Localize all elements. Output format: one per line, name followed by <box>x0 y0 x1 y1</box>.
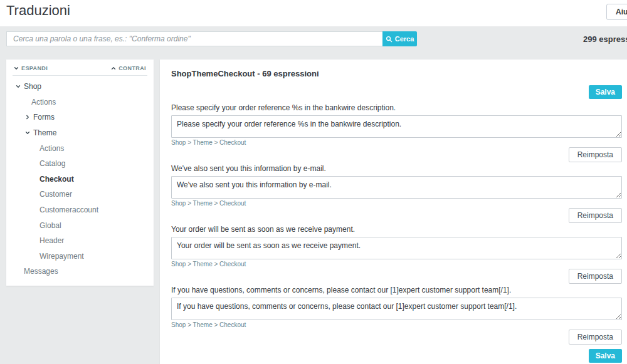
tree-item-label: Customer <box>40 190 72 199</box>
tree-item-messages[interactable]: Messages <box>6 264 154 279</box>
breadcrumb: Shop > Theme > Checkout <box>171 261 622 268</box>
chevron-down-icon <box>25 130 30 135</box>
source-string: Your order will be sent as soon as we re… <box>171 225 622 234</box>
tree-item-wirepayment[interactable]: Wirepayment <box>6 249 154 264</box>
content-canvas: Cerca 299 espressioni ESPANDI CONTRAI <box>0 26 627 364</box>
entry-footer: Reimposta <box>171 269 622 284</box>
chevron-down-icon <box>14 66 19 71</box>
tree-item-label: Checkout <box>40 175 74 184</box>
tree-item-catalog[interactable]: Catalog <box>6 156 154 172</box>
expressions-count: 299 espressioni <box>583 34 627 44</box>
tree-item-label: Messages <box>24 267 58 276</box>
top-save-row: Salva <box>171 85 622 99</box>
breadcrumb: Shop > Theme > Checkout <box>171 321 622 328</box>
tree-item-label: Global <box>40 221 61 230</box>
tree-item-label: Customeraccount <box>40 205 98 214</box>
tree-item-theme[interactable]: Theme <box>6 125 154 141</box>
translation-entry: We've also sent you this information by … <box>171 164 622 223</box>
domain-heading: ShopThemeCheckout - 69 espressioni <box>171 69 622 78</box>
tree-item-label: Shop <box>24 82 41 91</box>
translation-entry: Please specify your order reference %s i… <box>171 103 622 162</box>
tree-item-label: Catalog <box>40 159 65 168</box>
tree-item-actions[interactable]: Actions <box>6 95 154 110</box>
tree-item-shop[interactable]: Shop <box>6 79 154 95</box>
tree-item-forms[interactable]: Forms <box>6 110 154 125</box>
help-button[interactable]: Aiuto <box>606 4 627 20</box>
expand-all-button[interactable]: ESPANDI <box>14 65 48 71</box>
search-input[interactable] <box>6 31 382 46</box>
tree-item-label: Actions <box>40 144 64 153</box>
entry-footer: Reimposta <box>171 208 622 223</box>
tree-item-header[interactable]: Header <box>6 233 154 249</box>
translation-tree-panel: ESPANDI CONTRAI Shop Actions <box>6 60 154 286</box>
reset-button[interactable]: Reimposta <box>569 269 622 284</box>
tree-item-checkout[interactable]: Checkout <box>6 172 154 187</box>
chevron-down-icon <box>16 84 21 89</box>
entry-footer: Reimposta <box>171 147 622 162</box>
search-icon <box>386 36 393 43</box>
search-button-label: Cerca <box>395 35 414 43</box>
source-string: Please specify your order reference %s i… <box>171 103 622 112</box>
expand-all-label: ESPANDI <box>21 65 48 71</box>
translations-page: Traduzioni Aiuto Cerca 299 espressioni E… <box>0 0 627 364</box>
breadcrumb: Shop > Theme > Checkout <box>171 139 622 146</box>
collapse-all-label: CONTRAI <box>119 65 146 71</box>
tree-controls: ESPANDI CONTRAI <box>13 61 147 76</box>
translation-textarea[interactable]: If you have questions, comments or conce… <box>171 298 622 320</box>
header-bar: Traduzioni Aiuto <box>0 0 627 26</box>
search-button[interactable]: Cerca <box>382 31 417 46</box>
tree-item-theme-actions[interactable]: Actions <box>6 140 154 156</box>
translation-textarea[interactable]: Please specify your order reference %s i… <box>171 115 622 138</box>
translations-panel: ShopThemeCheckout - 69 espressioni Salva… <box>160 60 627 364</box>
tree-item-label: Forms <box>33 113 55 122</box>
tree-item-label: Header <box>40 236 64 245</box>
source-string: If you have questions, comments or conce… <box>171 286 622 294</box>
translation-textarea[interactable]: We've also sent you this information by … <box>171 176 622 199</box>
save-button-bottom[interactable]: Salva <box>589 349 622 363</box>
entry-footer: Reimposta <box>171 330 622 345</box>
page-title: Traduzioni <box>6 3 70 19</box>
chevron-up-icon <box>111 66 116 71</box>
tree-item-customer[interactable]: Customer <box>6 187 154 202</box>
save-button-top[interactable]: Salva <box>589 85 622 99</box>
collapse-all-button[interactable]: CONTRAI <box>111 65 146 71</box>
translation-entry: If you have questions, comments or conce… <box>171 286 622 345</box>
tree-item-label: Theme <box>33 128 56 137</box>
bottom-save-row: Salva <box>171 349 622 363</box>
source-string: We've also sent you this information by … <box>171 164 622 173</box>
reset-button[interactable]: Reimposta <box>569 147 622 162</box>
reset-button[interactable]: Reimposta <box>569 330 622 345</box>
translation-tree: Shop Actions Forms Theme Actions Catal <box>6 76 154 279</box>
tree-item-global[interactable]: Global <box>6 217 154 233</box>
tree-item-label: Actions <box>31 98 56 107</box>
reset-button[interactable]: Reimposta <box>569 208 622 223</box>
chevron-right-icon <box>25 115 30 120</box>
tree-item-label: Wirepayment <box>40 252 84 261</box>
translation-textarea[interactable]: Your order will be sent as soon as we re… <box>171 237 622 259</box>
tree-item-customeraccount[interactable]: Customeraccount <box>6 202 154 218</box>
translation-entry: Your order will be sent as soon as we re… <box>171 225 622 284</box>
breadcrumb: Shop > Theme > Checkout <box>171 200 622 207</box>
